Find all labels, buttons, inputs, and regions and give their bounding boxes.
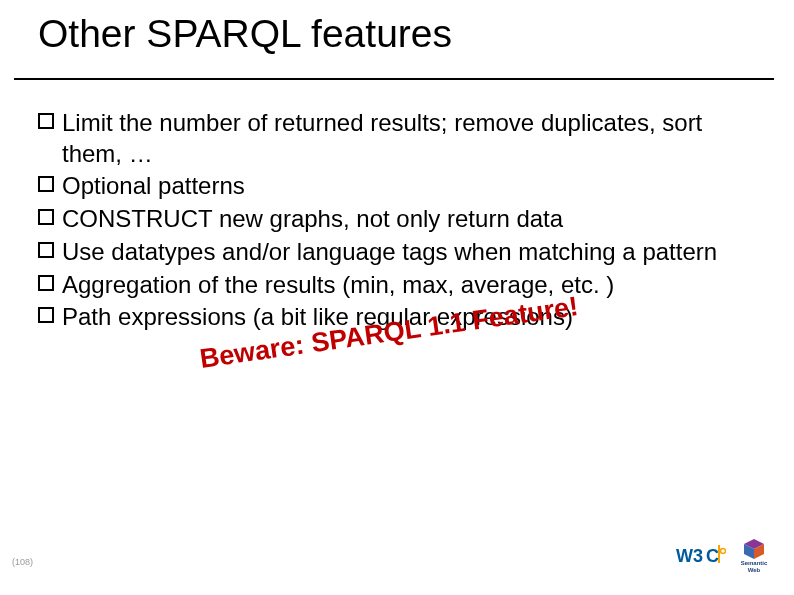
list-item: Aggregation of the results (min, max, av… bbox=[38, 270, 758, 301]
svg-point-3 bbox=[721, 549, 726, 554]
bullet-list: Limit the number of returned results; re… bbox=[38, 108, 758, 335]
slide-title: Other SPARQL features bbox=[38, 12, 452, 56]
svg-rect-2 bbox=[718, 545, 720, 563]
sw-line1: Semantic bbox=[741, 560, 768, 566]
page-number: (108) bbox=[12, 557, 33, 567]
slide: Other SPARQL features Limit the number o… bbox=[0, 0, 794, 595]
bullet-square-icon bbox=[38, 209, 54, 225]
bullet-square-icon bbox=[38, 242, 54, 258]
bullet-text: Aggregation of the results (min, max, av… bbox=[62, 271, 614, 298]
bullet-text: Use datatypes and/or language tags when … bbox=[62, 238, 717, 265]
svg-text:W3: W3 bbox=[676, 546, 703, 566]
sw-line2: Web bbox=[748, 567, 761, 573]
list-item: CONSTRUCT new graphs, not only return da… bbox=[38, 204, 758, 235]
footer-logos: W3 C Semantic Web bbox=[676, 539, 772, 573]
bullet-text: Optional patterns bbox=[62, 172, 245, 199]
bullet-square-icon bbox=[38, 113, 54, 129]
bullet-text: CONSTRUCT new graphs, not only return da… bbox=[62, 205, 563, 232]
semantic-web-logo-icon: Semantic Web bbox=[736, 539, 772, 573]
w3c-logo-icon: W3 C bbox=[676, 543, 726, 569]
list-item: Optional patterns bbox=[38, 171, 758, 202]
bullet-square-icon bbox=[38, 307, 54, 323]
list-item: Use datatypes and/or language tags when … bbox=[38, 237, 758, 268]
bullet-text: Limit the number of returned results; re… bbox=[62, 109, 702, 167]
bullet-square-icon bbox=[38, 176, 54, 192]
bullet-square-icon bbox=[38, 275, 54, 291]
title-underline bbox=[14, 78, 774, 80]
list-item: Limit the number of returned results; re… bbox=[38, 108, 758, 169]
svg-text:C: C bbox=[706, 546, 719, 566]
semantic-web-label: Semantic Web bbox=[741, 560, 768, 574]
